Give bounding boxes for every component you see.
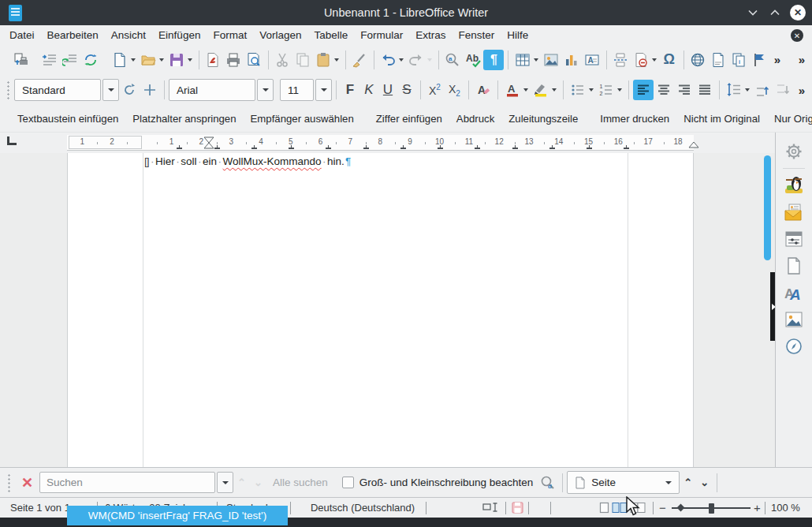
font-name-dropdown[interactable] xyxy=(257,79,274,101)
zoom-level-status[interactable]: 100 % xyxy=(771,502,800,514)
font-size-dropdown[interactable] xyxy=(315,79,332,101)
superscript-button[interactable]: X2 xyxy=(425,83,445,97)
sidebar-settings-icon[interactable] xyxy=(780,140,807,163)
sidebar-gallery-icon[interactable] xyxy=(780,308,807,331)
sidebar-wollmux-icon[interactable] xyxy=(780,174,807,197)
font-color-dropdown[interactable] xyxy=(523,88,528,92)
menu-item[interactable]: Vorlagen xyxy=(253,27,307,43)
wollmux-button[interactable]: Abdruck xyxy=(449,110,501,128)
insert-text-box-icon[interactable]: A xyxy=(582,50,602,70)
wollmux-button[interactable]: Nur Original xyxy=(767,110,812,128)
wollmux-button[interactable]: Empfänger auswählen xyxy=(244,110,361,128)
insert-mode-icon[interactable] xyxy=(482,502,500,515)
document-text-line[interactable]: []·Hier·soll·ein·WollMux-Kommando·hin.¶ xyxy=(144,155,351,167)
search-input[interactable] xyxy=(39,472,215,493)
menu-item[interactable]: Extras xyxy=(409,27,452,43)
update-all-icon[interactable] xyxy=(80,50,101,70)
save-dropdown[interactable] xyxy=(188,58,192,62)
bullet-list-icon[interactable] xyxy=(568,80,588,100)
language-status[interactable]: Deutsch (Deutschland) xyxy=(300,502,426,514)
ruler-scale[interactable]: 21123456789101112131415161718 xyxy=(67,135,694,151)
sidebar-navigator-icon[interactable] xyxy=(780,335,807,358)
increase-paragraph-spacing-icon[interactable] xyxy=(752,80,773,100)
formatting-marks-icon[interactable]: ¶ xyxy=(483,50,504,70)
document-area[interactable]: []·Hier·soll·ein·WollMux-Kommando·hin.¶ xyxy=(0,153,775,467)
maximize-button[interactable] xyxy=(768,6,782,20)
wollmux-button[interactable]: Ziffer einfügen xyxy=(369,110,449,128)
line-spacing-icon[interactable] xyxy=(724,80,744,100)
toolbar-grip[interactable] xyxy=(789,50,790,69)
menu-item[interactable]: Hilfe xyxy=(501,27,535,43)
toolbar-grip[interactable] xyxy=(6,80,10,99)
wollmux-button[interactable]: Zuleitungszeile xyxy=(501,110,585,128)
align-left-icon[interactable] xyxy=(633,80,654,100)
menu-item[interactable]: Fenster xyxy=(453,27,501,43)
navigate-next-icon[interactable]: ⌄ xyxy=(696,477,713,488)
undo-icon[interactable] xyxy=(378,50,398,70)
numbered-list-dropdown[interactable] xyxy=(617,88,622,92)
highlight-color-icon[interactable] xyxy=(531,80,551,100)
sidebar-seriendruck-icon[interactable] xyxy=(780,200,807,224)
toolbar-grip[interactable] xyxy=(35,50,36,69)
wollmux-button[interactable]: Textbaustein einfügen xyxy=(10,110,125,128)
menu-item[interactable]: Einfügen xyxy=(152,27,207,43)
align-justify-icon[interactable] xyxy=(695,80,715,100)
print-icon[interactable] xyxy=(223,50,244,70)
clone-formatting-icon[interactable] xyxy=(349,50,370,70)
undo-dropdown[interactable] xyxy=(399,58,404,62)
insert-footnote-icon[interactable] xyxy=(708,50,728,70)
navigate-by-combobox[interactable]: Seite xyxy=(567,471,680,494)
single-page-view-icon[interactable] xyxy=(599,502,609,516)
bullet-list-dropdown[interactable] xyxy=(589,88,594,92)
new-style-icon[interactable] xyxy=(140,80,160,100)
zoom-slider-thumb[interactable] xyxy=(709,503,714,514)
insert-field-icon[interactable] xyxy=(631,50,651,70)
spelling-icon[interactable]: Ab xyxy=(463,50,483,70)
toolbar-grip[interactable] xyxy=(7,473,11,492)
subscript-button[interactable]: X2 xyxy=(445,83,464,98)
find-and-replace-icon[interactable]: d xyxy=(538,473,558,493)
zoom-out-button[interactable]: − xyxy=(659,501,666,514)
find-and-replace-icon[interactable]: a xyxy=(442,50,463,70)
insert-bookmark-icon[interactable] xyxy=(749,50,769,70)
insert-chart-icon[interactable] xyxy=(561,50,582,70)
font-color-icon[interactable]: A xyxy=(502,80,523,100)
insert-page-break-icon[interactable] xyxy=(610,50,631,70)
new-document-dropdown[interactable] xyxy=(131,58,136,62)
paste-icon[interactable] xyxy=(313,50,333,70)
insert-endnote-icon[interactable]: i xyxy=(728,50,749,70)
menu-item[interactable]: Datei xyxy=(3,27,41,43)
toolbar-overflow-button[interactable]: » xyxy=(794,84,810,97)
search-history-dropdown[interactable] xyxy=(217,472,233,493)
print-preview-icon[interactable] xyxy=(244,50,264,70)
insert-field-dropdown[interactable] xyxy=(652,58,657,62)
clear-formatting-icon[interactable]: A xyxy=(473,80,494,100)
toolbar-grip[interactable] xyxy=(105,50,106,69)
update-style-icon[interactable] xyxy=(119,80,140,100)
insert-image-icon[interactable] xyxy=(541,50,561,70)
wollmux-button[interactable]: Platzhalter anspringen xyxy=(125,110,243,128)
sidebar-properties-icon[interactable] xyxy=(780,227,807,251)
italic-button[interactable]: K xyxy=(359,82,378,98)
vertical-scrollbar-thumb[interactable] xyxy=(764,155,771,260)
highlight-color-dropdown[interactable] xyxy=(552,88,557,92)
insert-special-character-icon[interactable]: Ω xyxy=(659,50,680,70)
insert-hyperlink-icon[interactable] xyxy=(687,50,708,70)
toolbar-overflow-button[interactable]: » xyxy=(794,53,810,66)
font-size-combobox[interactable]: 11 xyxy=(280,79,314,101)
navigate-previous-icon[interactable]: ⌃ xyxy=(680,477,696,488)
open-dropdown[interactable] xyxy=(159,58,164,62)
wollmux-mailmerge-print-icon[interactable] xyxy=(11,50,32,70)
sidebar-styles-icon[interactable]: AA xyxy=(780,281,807,305)
close-find-bar-icon[interactable]: ✕ xyxy=(15,474,39,491)
tab-stop-type-selector[interactable] xyxy=(7,136,17,145)
document-page[interactable]: []·Hier·soll·ein·WollMux-Kommando·hin.¶ xyxy=(67,153,694,467)
line-spacing-dropdown[interactable] xyxy=(745,88,750,92)
font-name-combobox[interactable]: Arial xyxy=(169,79,255,101)
close-document-icon[interactable]: ✕ xyxy=(791,29,803,42)
insert-text-fragment-icon[interactable] xyxy=(39,50,60,70)
wollmux-button[interactable]: Immer drucken xyxy=(593,110,676,128)
export-pdf-icon[interactable] xyxy=(203,50,223,70)
align-center-icon[interactable] xyxy=(654,80,674,100)
menu-item[interactable]: Ansicht xyxy=(105,27,152,43)
